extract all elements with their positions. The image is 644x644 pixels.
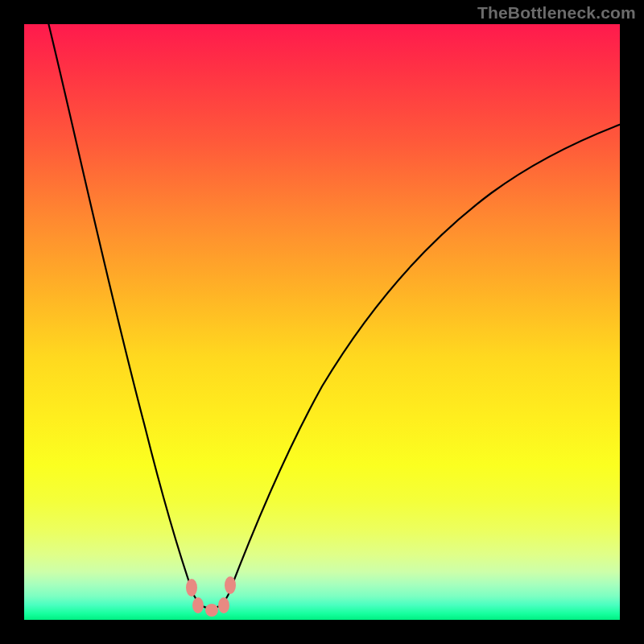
curve-right-branch (229, 124, 621, 594)
valley-nub-mid (205, 604, 218, 617)
valley-nub-right-bot (218, 597, 229, 613)
curve-layer (24, 24, 620, 620)
chart-frame: TheBottleneck.com (0, 0, 644, 644)
valley-nub-right-top (225, 576, 236, 594)
valley-nub-left-top (186, 579, 197, 597)
curve-left-branch (47, 16, 193, 594)
valley-nub-left-bot (192, 597, 204, 613)
plot-area (24, 24, 620, 620)
watermark: TheBottleneck.com (477, 3, 636, 23)
